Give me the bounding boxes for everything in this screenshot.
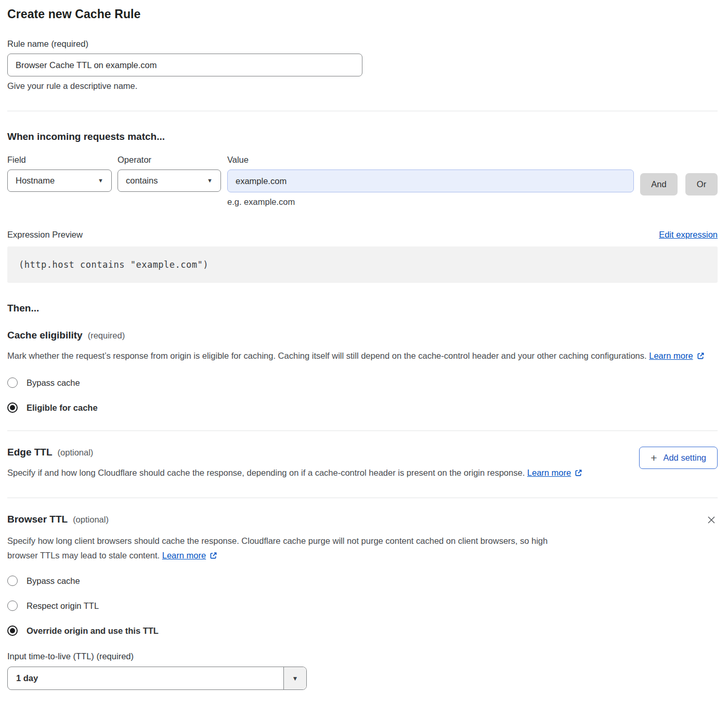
radio-circle-icon (7, 601, 18, 611)
expression-preview-row: Expression Preview Edit expression (7, 230, 718, 240)
value-help: e.g. example.com (227, 197, 634, 207)
cache-eligibility-learn-more-link[interactable]: Learn more (649, 351, 704, 360)
external-link-icon (697, 352, 705, 360)
rule-name-label: Rule name (required) (7, 39, 718, 49)
edge-ttl-qualifier: (optional) (58, 448, 94, 458)
browser-ttl-title-row: Browser TTL (optional) (7, 514, 718, 526)
radio-circle-icon (7, 402, 18, 413)
field-select-value: Hostname (16, 176, 55, 186)
browser-ttl-qualifier: (optional) (73, 515, 109, 525)
ttl-select[interactable]: 1 day ▼ (7, 667, 307, 690)
ttl-select-value: 1 day (8, 667, 283, 689)
edge-ttl-title: Edge TTL (7, 447, 53, 458)
and-button[interactable]: And (640, 173, 678, 195)
edge-ttl-section: Edge TTL (optional) Specify if and how l… (7, 447, 718, 480)
rule-name-input[interactable] (7, 54, 362, 76)
learn-more-label: Learn more (527, 468, 571, 477)
radio-label: Bypass cache (27, 378, 80, 388)
field-column: Field Hostname ▼ (7, 155, 112, 192)
section-divider (7, 498, 718, 498)
external-link-icon (210, 552, 217, 559)
plus-icon: + (651, 452, 657, 463)
operator-label: Operator (118, 155, 221, 165)
chevron-down-icon: ▼ (207, 178, 213, 184)
section-divider (7, 431, 718, 431)
value-label: Value (227, 155, 634, 165)
section-divider (7, 111, 718, 111)
edge-ttl-description: Specify if and how long Cloudflare shoul… (7, 465, 582, 480)
edit-expression-link[interactable]: Edit expression (659, 230, 718, 240)
operator-select[interactable]: contains ▼ (118, 170, 221, 192)
edge-ttl-description-text: Specify if and how long Cloudflare shoul… (7, 468, 525, 477)
expression-preview-label: Expression Preview (7, 230, 83, 240)
radio-circle-icon (7, 377, 18, 388)
cache-eligibility-description: Mark whether the request’s response from… (7, 348, 707, 363)
then-heading: Then... (7, 303, 718, 314)
operator-column: Operator contains ▼ (118, 155, 221, 192)
field-label: Field (7, 155, 112, 165)
browser-ttl-title: Browser TTL (7, 514, 68, 525)
add-setting-label: Add setting (663, 453, 706, 463)
close-browser-ttl-button[interactable] (705, 514, 718, 526)
radio-label: Respect origin TTL (27, 601, 99, 611)
radio-label: Bypass cache (27, 576, 80, 586)
edge-ttl-title-row: Edge TTL (optional) (7, 447, 582, 458)
radio-override-origin-ttl[interactable]: Override origin and use this TTL (7, 625, 718, 636)
browser-ttl-description-text: Specify how long client browsers should … (7, 536, 548, 560)
browser-ttl-heading: Browser TTL (optional) (7, 514, 109, 525)
radio-circle-icon (7, 625, 18, 636)
radio-bypass-cache[interactable]: Bypass cache (7, 377, 718, 388)
expression-code-block: (http.host contains "example.com") (7, 246, 718, 283)
value-column: Value e.g. example.com (227, 155, 634, 207)
add-setting-button[interactable]: + Add setting (639, 447, 718, 469)
page-title: Create new Cache Rule (7, 7, 718, 21)
chevron-down-icon: ▼ (283, 667, 306, 689)
rule-name-help: Give your rule a descriptive name. (7, 81, 718, 91)
browser-ttl-description: Specify how long client browsers should … (7, 533, 577, 563)
radio-label: Eligible for cache (27, 403, 98, 413)
cache-eligibility-title-row: Cache eligibility (required) (7, 330, 718, 341)
radio-label: Override origin and use this TTL (27, 626, 159, 636)
radio-circle-icon (7, 576, 18, 586)
radio-eligible-for-cache[interactable]: Eligible for cache (7, 402, 718, 413)
edge-ttl-content: Edge TTL (optional) Specify if and how l… (7, 447, 582, 480)
close-icon (706, 515, 717, 525)
or-button[interactable]: Or (685, 173, 718, 195)
learn-more-label: Learn more (649, 351, 693, 360)
learn-more-label: Learn more (162, 551, 206, 560)
cache-eligibility-title: Cache eligibility (7, 330, 83, 341)
radio-browser-bypass-cache[interactable]: Bypass cache (7, 576, 718, 586)
value-input[interactable] (227, 170, 634, 192)
cache-eligibility-qualifier: (required) (88, 331, 125, 341)
cache-eligibility-description-text: Mark whether the request’s response from… (7, 351, 647, 360)
match-heading: When incoming requests match... (7, 131, 718, 142)
expression-code: (http.host contains "example.com") (19, 259, 209, 270)
edge-ttl-learn-more-link[interactable]: Learn more (527, 468, 582, 477)
create-cache-rule-form: Create new Cache Rule Rule name (require… (0, 0, 728, 690)
operator-select-value: contains (126, 176, 158, 186)
external-link-icon (575, 469, 582, 477)
ttl-label: Input time-to-live (TTL) (required) (7, 651, 718, 661)
chevron-down-icon: ▼ (98, 178, 103, 184)
match-condition-row: Field Hostname ▼ Operator contains ▼ Val… (7, 155, 718, 207)
field-select[interactable]: Hostname ▼ (7, 170, 112, 192)
browser-ttl-learn-more-link[interactable]: Learn more (162, 551, 217, 560)
radio-respect-origin-ttl[interactable]: Respect origin TTL (7, 601, 718, 611)
